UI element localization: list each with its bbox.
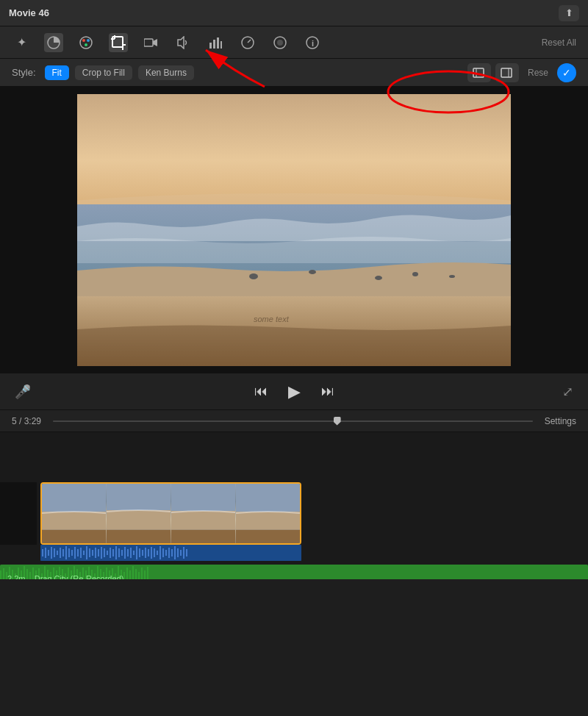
svg-point-3 (87, 39, 90, 42)
inspector-toolbar: ✦ (0, 26, 588, 59)
crop-end-icon[interactable] (495, 63, 519, 82)
svg-rect-146 (135, 569, 137, 579)
svg-rect-40 (107, 510, 171, 530)
svg-rect-37 (42, 512, 106, 530)
svg-rect-56 (62, 549, 64, 556)
thumb-frame-2 (107, 484, 171, 543)
scrubber-handle[interactable] (334, 417, 341, 426)
color-wheel-icon[interactable] (44, 33, 63, 52)
ken-burns-button[interactable]: Ken Burns (138, 65, 194, 80)
timeline-area: 2.2m – Drag City (Re-Recorded) (0, 432, 588, 579)
crop-icon[interactable] (109, 33, 128, 52)
svg-point-1 (80, 37, 92, 49)
svg-rect-53 (54, 548, 55, 557)
svg-rect-144 (129, 570, 131, 579)
svg-rect-83 (142, 550, 143, 556)
video-frame: some text (77, 94, 511, 366)
svg-rect-49 (42, 549, 43, 556)
fit-button[interactable]: Fit (45, 65, 69, 80)
svg-rect-52 (51, 547, 52, 559)
info-icon[interactable]: i (303, 33, 322, 52)
black-clip[interactable] (0, 482, 37, 545)
thumb-frame-1 (42, 484, 107, 543)
svg-rect-78 (127, 549, 129, 556)
svg-rect-60 (74, 547, 76, 559)
svg-rect-46 (236, 512, 300, 530)
color-correction-icon[interactable] (270, 33, 290, 52)
svg-point-32 (375, 276, 382, 280)
svg-rect-59 (71, 550, 73, 556)
svg-rect-101 (3, 568, 4, 579)
svg-rect-149 (144, 570, 146, 579)
svg-rect-50 (45, 548, 46, 558)
svg-rect-71 (107, 551, 108, 555)
svg-point-31 (309, 270, 316, 274)
svg-rect-66 (92, 550, 93, 556)
reset-button[interactable]: Rese (523, 68, 553, 78)
svg-rect-70 (104, 548, 105, 557)
skip-forward-button[interactable]: ⏭ (321, 384, 334, 399)
green-audio-track[interactable]: 2.2m – Drag City (Re-Recorded) (0, 565, 588, 579)
svg-rect-54 (57, 551, 58, 555)
svg-line-17 (248, 40, 251, 43)
palette-icon[interactable] (76, 33, 96, 52)
svg-rect-89 (159, 546, 161, 559)
svg-rect-82 (139, 548, 140, 557)
confirm-button[interactable]: ✓ (557, 63, 576, 82)
svg-rect-15 (220, 41, 222, 49)
svg-rect-55 (60, 548, 61, 558)
checkmark-icon: ✓ (562, 67, 571, 79)
microphone-icon[interactable]: 🎤 (15, 384, 31, 400)
svg-rect-51 (48, 550, 49, 556)
svg-point-2 (82, 39, 85, 42)
svg-rect-74 (115, 546, 117, 559)
magic-wand-icon[interactable]: ✦ (12, 33, 31, 52)
svg-rect-64 (86, 546, 87, 559)
speed-icon[interactable] (238, 33, 257, 52)
svg-point-4 (85, 43, 87, 46)
svg-point-30 (249, 273, 258, 279)
thumb-frame-3 (171, 484, 236, 543)
svg-rect-44 (171, 530, 235, 543)
svg-rect-91 (165, 550, 167, 556)
svg-rect-62 (80, 548, 82, 558)
svg-rect-148 (141, 568, 143, 579)
svg-rect-147 (138, 572, 140, 579)
svg-rect-69 (101, 547, 102, 559)
svg-rect-97 (183, 547, 184, 559)
svg-rect-38 (42, 530, 106, 543)
crop-start-icon[interactable] (467, 63, 491, 82)
svg-rect-88 (157, 551, 158, 555)
svg-rect-73 (112, 549, 114, 556)
play-button[interactable]: ▶ (288, 382, 301, 401)
svg-rect-75 (118, 548, 120, 557)
svg-rect-43 (171, 511, 235, 530)
svg-point-19 (277, 40, 283, 46)
timeline-track-area: 2.2m – Drag City (Re-Recorded) (0, 476, 588, 579)
crop-to-fill-button[interactable]: Crop to Fill (75, 65, 132, 80)
svg-rect-145 (132, 566, 134, 579)
settings-button[interactable]: Settings (545, 416, 576, 426)
svg-rect-100 (0, 570, 1, 579)
svg-rect-63 (83, 551, 85, 555)
svg-rect-96 (180, 550, 182, 556)
svg-rect-87 (154, 548, 155, 557)
audio-icon[interactable] (173, 33, 193, 52)
scrubber-bar[interactable] (53, 420, 533, 422)
fullscreen-button[interactable]: ⤢ (562, 384, 573, 400)
share-button[interactable]: ⬆ (559, 5, 579, 21)
svg-rect-58 (68, 548, 70, 557)
svg-rect-76 (121, 550, 123, 556)
svg-rect-22 (473, 68, 484, 77)
skip-back-button[interactable]: ⏮ (254, 384, 268, 399)
svg-text:i: i (312, 39, 314, 48)
time-display: 5 / 3:29 (12, 416, 41, 426)
svg-rect-61 (77, 549, 79, 556)
bar-chart-icon[interactable] (206, 33, 225, 52)
video-clip[interactable] (40, 482, 301, 545)
style-bar-right: Rese ✓ (467, 63, 576, 82)
reset-all-button[interactable]: Reset All (542, 37, 576, 48)
timeline-scrubber: 5 / 3:29 Settings (0, 410, 588, 432)
video-camera-icon[interactable] (141, 33, 160, 52)
svg-rect-84 (145, 548, 146, 558)
